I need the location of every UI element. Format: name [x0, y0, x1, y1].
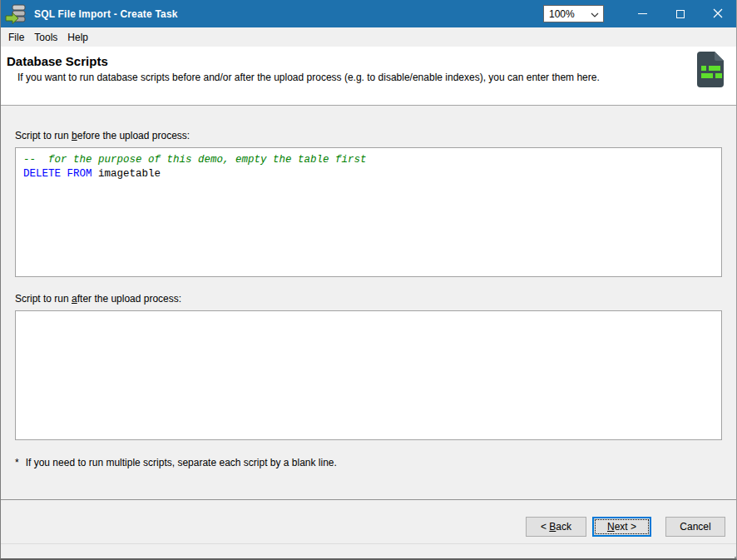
zoom-select[interactable]: 100% [543, 5, 604, 22]
maximize-icon [676, 10, 685, 18]
before-script-editor[interactable]: -- for the purpose of this demo, empty t… [15, 147, 722, 277]
page-title: Database Scripts [1, 47, 736, 72]
maximize-button[interactable] [661, 0, 699, 27]
after-script-label: Script to run after the upload process: [15, 293, 722, 305]
window-title: SQL File Import - Create Task [34, 8, 178, 20]
close-button[interactable] [699, 0, 736, 27]
button-bar: < Back Next > Cancel [1, 499, 736, 543]
footnote: * If you need to run multiple scripts, s… [15, 457, 722, 468]
chevron-down-icon [591, 8, 599, 20]
close-icon [713, 7, 723, 22]
minimize-icon [638, 13, 647, 14]
menu-item-tools[interactable]: Tools [29, 29, 62, 46]
after-script-editor[interactable] [15, 310, 722, 440]
resize-grip-icon[interactable] [731, 553, 733, 555]
script-file-icon [695, 51, 725, 88]
footnote-star: * [15, 457, 19, 468]
back-button[interactable]: < Back [526, 517, 586, 537]
wizard-header: Database Scripts If you want to run data… [1, 47, 736, 106]
footnote-text: If you need to run multiple scripts, sep… [26, 457, 337, 468]
menu-item-help[interactable]: Help [62, 29, 93, 46]
cancel-button[interactable]: Cancel [665, 517, 725, 537]
status-strip [1, 543, 736, 558]
minimize-button[interactable] [624, 0, 661, 27]
next-button[interactable]: Next > [592, 517, 651, 537]
before-script-label: Script to run before the upload process: [15, 130, 722, 141]
app-icon [5, 3, 27, 25]
menubar: File Tools Help [1, 27, 736, 47]
page-description: If you want to run database scripts befo… [1, 72, 736, 83]
menu-item-file[interactable]: File [3, 29, 29, 46]
app-window: SQL File Import - Create Task 100% File [0, 0, 737, 560]
main-content: Script to run before the upload process:… [1, 106, 736, 499]
zoom-value: 100% [549, 8, 575, 20]
titlebar: SQL File Import - Create Task 100% [1, 0, 736, 27]
